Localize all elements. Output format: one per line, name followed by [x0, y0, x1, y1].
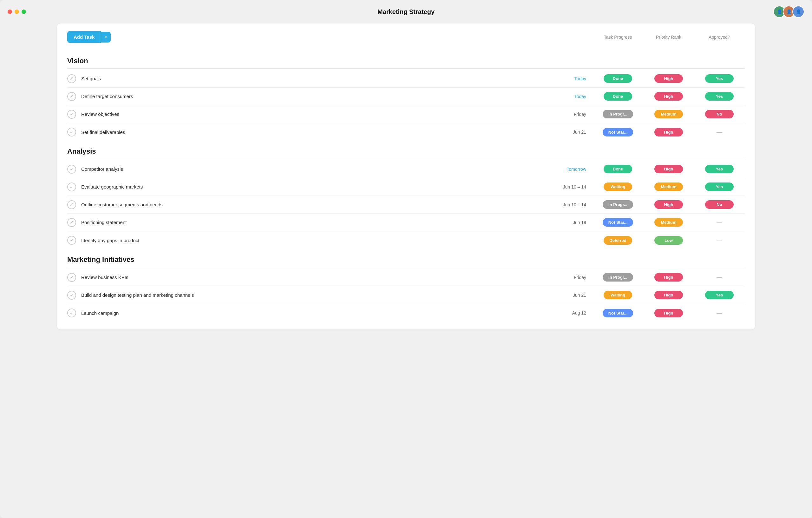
task-checkbox[interactable]: ✓ [67, 183, 76, 191]
approved-badge[interactable]: Yes [705, 92, 734, 101]
task-priority-col: High [643, 74, 694, 83]
task-columns: In Progr...HighNo [592, 200, 745, 209]
task-priority-col: High [643, 92, 694, 101]
progress-badge[interactable]: In Progr... [603, 110, 633, 118]
progress-badge[interactable]: Waiting [604, 183, 632, 191]
task-approved-col: No [694, 110, 745, 118]
table-row[interactable]: ✓Outline customer segments and needsJun … [67, 196, 745, 214]
task-columns: DoneHighYes [592, 165, 745, 173]
task-date: Jun 10 – 14 [551, 202, 586, 207]
avatar[interactable]: 👤 [792, 6, 804, 18]
task-approved-col: Yes [694, 183, 745, 191]
table-row[interactable]: ✓Evaluate geographic marketsJun 10 – 14W… [67, 178, 745, 196]
task-approved-col: — [694, 309, 745, 318]
task-date: Jun 10 – 14 [551, 184, 586, 190]
progress-badge[interactable]: Not Star... [603, 218, 633, 227]
task-approved-col: Yes [694, 74, 745, 83]
task-priority-col: Low [643, 236, 694, 245]
approved-badge[interactable]: Yes [705, 183, 734, 191]
table-row[interactable]: ✓Identify any gaps in productDeferredLow… [67, 231, 745, 249]
priority-badge[interactable]: High [655, 74, 683, 83]
table-row[interactable]: ✓Review objectivesFridayIn Progr...Mediu… [67, 105, 745, 123]
progress-badge[interactable]: Not Star... [603, 128, 633, 136]
task-name: Review objectives [81, 111, 551, 117]
task-checkbox[interactable]: ✓ [67, 128, 76, 136]
task-columns: Not Star...Medium— [592, 218, 745, 227]
progress-badge[interactable]: Done [604, 92, 632, 101]
task-checkbox[interactable]: ✓ [67, 218, 76, 227]
task-checkbox[interactable]: ✓ [67, 165, 76, 173]
task-approved-col: — [694, 218, 745, 227]
approved-badge[interactable]: No [705, 200, 734, 209]
task-priority-col: High [643, 309, 694, 318]
task-approved-col: Yes [694, 291, 745, 299]
progress-badge[interactable]: In Progr... [603, 273, 633, 281]
task-progress-col: Waiting [592, 183, 643, 191]
table-row[interactable]: ✓Set goalsTodayDoneHighYes [67, 70, 745, 88]
progress-badge[interactable]: Not Star... [603, 309, 633, 318]
avatar-group: 👤 👤 👤 [773, 6, 804, 18]
section-title: Analysis [67, 141, 745, 159]
priority-badge[interactable]: High [655, 273, 683, 281]
task-columns: Not Star...High— [592, 309, 745, 318]
task-approved-col: — [694, 273, 745, 281]
priority-badge[interactable]: High [655, 128, 683, 136]
priority-badge[interactable]: High [655, 309, 683, 318]
task-date: Jun 21 [551, 130, 586, 135]
priority-badge[interactable]: Medium [655, 110, 683, 118]
priority-badge[interactable]: High [655, 291, 683, 299]
task-name: Outline customer segments and needs [81, 202, 551, 207]
task-checkbox[interactable]: ✓ [67, 273, 76, 282]
task-name: Review business KPIs [81, 275, 551, 280]
priority-badge[interactable]: Medium [655, 218, 683, 227]
progress-badge[interactable]: In Progr... [603, 200, 633, 209]
priority-badge[interactable]: Low [655, 236, 683, 245]
approved-dash: — [717, 129, 722, 136]
task-approved-col: — [694, 128, 745, 136]
task-checkbox[interactable]: ✓ [67, 92, 76, 101]
close-button[interactable] [8, 9, 12, 14]
progress-badge[interactable]: Done [604, 74, 632, 83]
task-date: Jun 21 [551, 293, 586, 298]
table-row[interactable]: ✓Define target consumersTodayDoneHighYes [67, 88, 745, 105]
task-checkbox[interactable]: ✓ [67, 291, 76, 300]
progress-badge[interactable]: Done [604, 165, 632, 173]
table-row[interactable]: ✓Competitor analysisTomorrowDoneHighYes [67, 160, 745, 178]
task-checkbox[interactable]: ✓ [67, 308, 76, 318]
section: Analysis✓Competitor analysisTomorrowDone… [67, 141, 745, 249]
table-row[interactable]: ✓Review business KPIsFridayIn Progr...Hi… [67, 269, 745, 286]
task-priority-col: High [643, 165, 694, 173]
task-checkbox[interactable]: ✓ [67, 236, 76, 245]
task-columns: WaitingMediumYes [592, 183, 745, 191]
task-checkbox[interactable]: ✓ [67, 110, 76, 119]
approved-badge[interactable]: Yes [705, 74, 734, 83]
priority-badge[interactable]: High [655, 92, 683, 101]
table-row[interactable]: ✓Set final deliverablesJun 21Not Star...… [67, 123, 745, 141]
task-date: Tomorrow [551, 167, 586, 172]
task-name: Competitor analysis [81, 166, 551, 172]
table-row[interactable]: ✓Positioning statementJun 19Not Star...M… [67, 214, 745, 231]
table-row[interactable]: ✓Build and design testing plan and marke… [67, 286, 745, 304]
task-checkbox[interactable]: ✓ [67, 74, 76, 83]
add-task-dropdown-button[interactable]: ▾ [101, 32, 111, 43]
col-header-approved: Approved? [694, 35, 745, 40]
priority-badge[interactable]: Medium [655, 183, 683, 191]
priority-badge[interactable]: High [655, 200, 683, 209]
task-name: Launch campaign [81, 310, 551, 316]
column-headers: Task Progress Priority Rank Approved? [592, 35, 745, 40]
priority-badge[interactable]: High [655, 165, 683, 173]
approved-badge[interactable]: No [705, 110, 734, 118]
approved-badge[interactable]: Yes [705, 165, 734, 173]
progress-badge[interactable]: Deferred [604, 236, 632, 245]
minimize-button[interactable] [14, 9, 19, 14]
task-progress-col: Not Star... [592, 309, 643, 318]
task-date: Friday [551, 112, 586, 117]
task-progress-col: Deferred [592, 236, 643, 245]
add-task-button[interactable]: Add Task [67, 31, 101, 43]
progress-badge[interactable]: Waiting [604, 291, 632, 299]
approved-badge[interactable]: Yes [705, 291, 734, 299]
table-row[interactable]: ✓Launch campaignAug 12Not Star...High— [67, 304, 745, 322]
maximize-button[interactable] [22, 9, 26, 14]
task-checkbox[interactable]: ✓ [67, 200, 76, 209]
task-name: Build and design testing plan and market… [81, 292, 551, 298]
